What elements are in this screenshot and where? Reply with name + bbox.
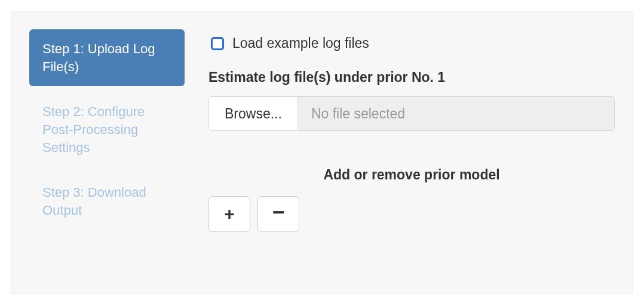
add-model-button[interactable]: +	[208, 196, 250, 232]
wizard-panel: Step 1: Upload Log File(s) Step 2: Confi…	[11, 11, 633, 294]
sidebar-item-step3[interactable]: Step 3: Download Output	[29, 173, 185, 230]
sidebar-item-step2[interactable]: Step 2: Configure Post-Processing Settin…	[29, 92, 185, 167]
model-section-heading: Add or remove prior model	[208, 167, 615, 183]
sidebar-item-label: Step 1: Upload Log File(s)	[42, 41, 155, 74]
sidebar-item-label: Step 3: Download Output	[42, 185, 146, 218]
file-input: Browse... No file selected	[208, 96, 615, 131]
sidebar-item-label: Step 2: Configure Post-Processing Settin…	[42, 104, 145, 154]
wizard-main: Load example log files Estimate log file…	[208, 29, 615, 276]
minus-icon: −	[272, 207, 284, 218]
file-status-text: No file selected	[298, 97, 614, 130]
load-example-row: Load example log files	[211, 35, 615, 51]
browse-button[interactable]: Browse...	[209, 97, 298, 130]
load-example-label[interactable]: Load example log files	[232, 35, 369, 51]
file-section-heading: Estimate log file(s) under prior No. 1	[208, 69, 615, 86]
model-button-row: + −	[208, 196, 615, 232]
remove-model-button[interactable]: −	[257, 196, 299, 232]
load-example-checkbox[interactable]	[211, 37, 224, 50]
sidebar-item-step1[interactable]: Step 1: Upload Log File(s)	[29, 29, 185, 86]
plus-icon: +	[224, 204, 235, 224]
wizard-sidebar: Step 1: Upload Log File(s) Step 2: Confi…	[29, 29, 185, 276]
